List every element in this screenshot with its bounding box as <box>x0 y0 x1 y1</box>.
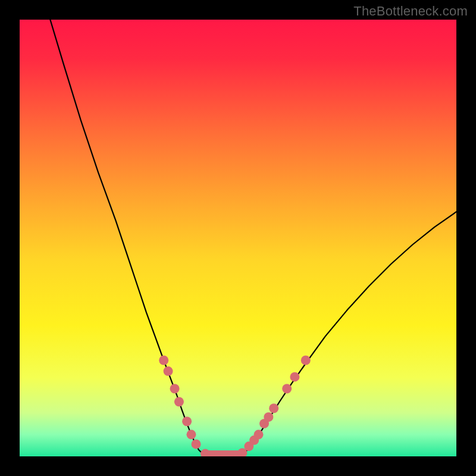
marker-left-3 <box>174 397 184 406</box>
marker-right-5 <box>269 403 278 413</box>
marker-left-6 <box>192 439 201 449</box>
marker-left-2 <box>170 384 180 393</box>
plot-area <box>20 20 456 456</box>
gradient-background <box>20 20 456 456</box>
chart-svg <box>20 20 456 456</box>
marker-left-1 <box>164 367 173 376</box>
marker-right-6 <box>282 384 292 393</box>
marker-right-2 <box>254 430 264 439</box>
marker-left-0 <box>159 356 168 365</box>
marker-right-7 <box>290 372 299 381</box>
marker-right-8 <box>301 356 311 365</box>
chart-container: TheBottleneck.com <box>0 0 476 476</box>
marker-right-4 <box>264 412 273 422</box>
watermark-text: TheBottleneck.com <box>353 4 468 19</box>
marker-left-4 <box>182 416 192 426</box>
marker-left-5 <box>186 430 196 439</box>
